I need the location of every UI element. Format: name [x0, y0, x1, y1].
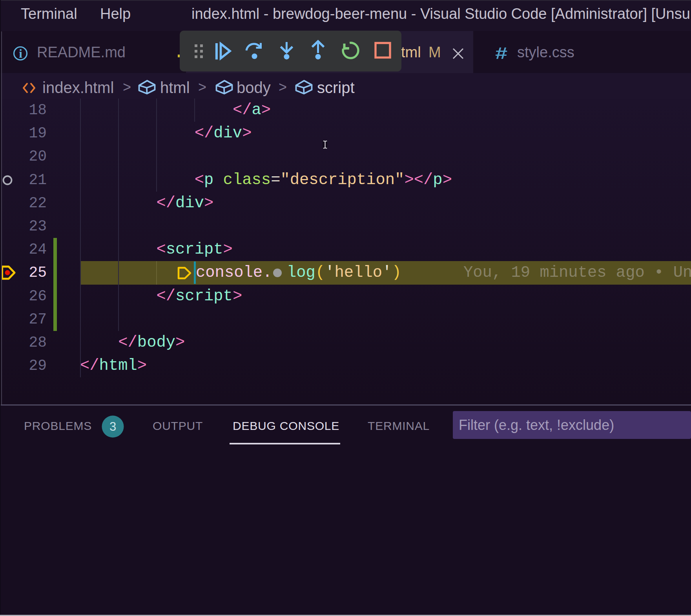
svg-text:i: i — [19, 47, 22, 60]
svg-text:3: 3 — [109, 420, 116, 433]
